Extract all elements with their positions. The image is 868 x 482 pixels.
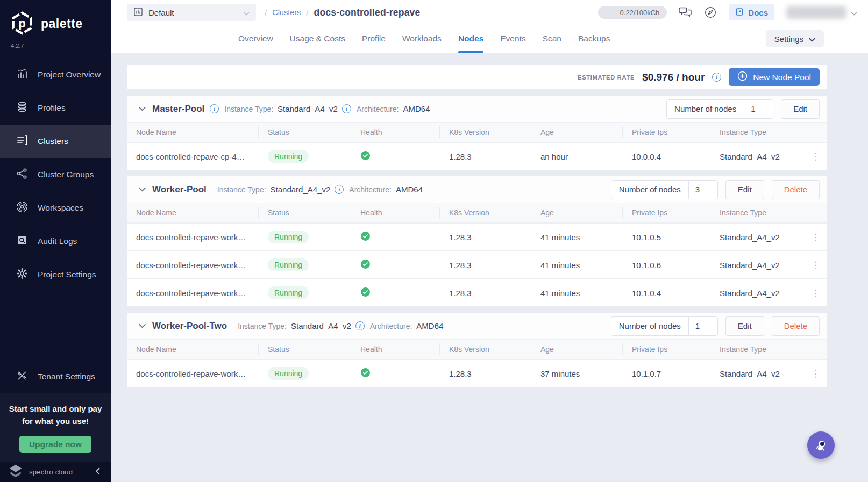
tab-usage-costs[interactable]: Usage & Costs: [290, 25, 345, 53]
delete-pool-button[interactable]: Delete: [772, 180, 820, 199]
edit-pool-button[interactable]: Edit: [725, 316, 764, 336]
node-age: 37 minutes: [531, 369, 623, 378]
row-menu-kebab-icon[interactable]: ⋮: [803, 286, 827, 300]
tab-workloads[interactable]: Workloads: [402, 25, 442, 53]
tab-scan[interactable]: Scan: [543, 25, 561, 53]
feedback-chat-button[interactable]: [679, 6, 692, 18]
col-health: Health: [351, 343, 440, 355]
layers-icon: [16, 101, 28, 115]
instance-type: Standard_A4_v2: [710, 289, 803, 298]
status-badge: Running: [268, 150, 309, 163]
sidebar-item-profiles[interactable]: Profiles: [0, 91, 111, 125]
number-of-nodes-input[interactable]: [688, 317, 717, 335]
table-header-row: Node Name Status Health K8s Version Age …: [127, 340, 827, 359]
tools-icon: [16, 370, 28, 384]
chevron-down-icon: [139, 187, 146, 192]
tab-profile[interactable]: Profile: [362, 25, 386, 53]
chat-bubbles-icon: [679, 6, 692, 18]
edit-pool-button[interactable]: Edit: [725, 180, 764, 199]
collapse-sidebar-button[interactable]: [92, 466, 103, 478]
col-health: Health: [351, 126, 440, 138]
private-ip: 10.1.0.4: [623, 289, 710, 298]
tab-events[interactable]: Events: [500, 25, 525, 53]
collapse-pool-button[interactable]: [137, 104, 148, 113]
docs-button[interactable]: Docs: [729, 4, 774, 20]
estimated-rate-value: $0.976 / hour: [642, 71, 705, 83]
sidebar-item-label: Cluster Groups: [38, 170, 94, 179]
private-ip: 10.1.0.6: [623, 261, 710, 270]
col-k8s-version: K8s Version: [440, 207, 531, 219]
chevron-down-icon: [139, 106, 146, 111]
tab-backups[interactable]: Backups: [578, 25, 610, 53]
row-menu-kebab-icon[interactable]: ⋮: [803, 231, 827, 244]
chevron-down-icon: [809, 34, 815, 44]
k8s-version: 1.28.3: [440, 233, 531, 242]
health-cell: [351, 231, 440, 243]
sidebar-spacer: [0, 291, 111, 360]
new-node-pool-button[interactable]: New Node Pool: [729, 68, 820, 86]
orbit-icon: [16, 201, 28, 215]
k8s-version: 1.28.3: [440, 369, 531, 378]
pool-header: Master-Pool i Instance Type: Standard_A4…: [127, 96, 827, 123]
pool-info-icon[interactable]: i: [210, 104, 219, 113]
k8s-version: 1.28.3: [440, 152, 531, 161]
user-menu[interactable]: [786, 6, 857, 19]
collapse-pool-button[interactable]: [137, 321, 148, 330]
project-selector[interactable]: Default: [127, 4, 256, 21]
row-menu-kebab-icon[interactable]: ⋮: [803, 258, 827, 272]
upgrade-now-button[interactable]: Upgrade now: [19, 436, 91, 453]
node-age: an hour: [531, 152, 623, 161]
table-row: docs-controlled-repave-work… Running 1.2…: [127, 222, 827, 250]
sidebar-item-tenant-settings[interactable]: Tenant Settings: [0, 360, 111, 393]
col-health: Health: [351, 207, 440, 219]
rate-info-icon[interactable]: i: [712, 73, 721, 82]
col-k8s-version: K8s Version: [440, 343, 531, 355]
instance-type-info-icon[interactable]: i: [335, 185, 344, 194]
sidebar-item-project-settings[interactable]: Project Settings: [0, 258, 111, 291]
status-badge: Running: [268, 258, 309, 271]
sidebar-item-audit-logs[interactable]: Audit Logs: [0, 225, 111, 258]
instance-type-label: Instance Type:: [238, 322, 287, 330]
number-of-nodes-input[interactable]: [688, 181, 717, 199]
row-menu-kebab-icon[interactable]: ⋮: [803, 150, 827, 163]
edit-pool-button[interactable]: Edit: [781, 99, 820, 119]
instance-type-info-icon[interactable]: i: [342, 104, 351, 113]
pool-section-master: Master-Pool i Instance Type: Standard_A4…: [127, 96, 827, 170]
sidebar-item-clusters[interactable]: Clusters: [0, 125, 111, 158]
delete-pool-button[interactable]: Delete: [772, 316, 820, 336]
pool-name: Worker-Pool-Two: [152, 321, 227, 332]
col-node-name: Node Name: [127, 343, 259, 355]
collapse-pool-button[interactable]: [137, 185, 148, 194]
sidebar-nav: Project Overview Profiles Clusters: [0, 58, 111, 291]
tab-overview[interactable]: Overview: [238, 25, 273, 53]
sidebar-item-cluster-groups[interactable]: Cluster Groups: [0, 158, 111, 191]
sidebar-item-project-overview[interactable]: Project Overview: [0, 58, 111, 91]
sidebar-item-workspaces[interactable]: Workspaces: [0, 191, 111, 225]
tabs-bar: Overview Usage & Costs Profile Workloads…: [111, 25, 868, 53]
k8s-version: 1.28.3: [440, 289, 531, 298]
project-chart-icon: [133, 7, 143, 18]
health-ok-icon: [360, 368, 371, 378]
top-bar: Default / Clusters / docs-controlled-rep…: [111, 0, 868, 25]
architecture-label: Architecture:: [357, 105, 399, 113]
instance-type-info-icon[interactable]: i: [355, 321, 365, 330]
col-private-ips: Private Ips: [623, 207, 710, 219]
version-label: 4.2.7: [11, 42, 111, 49]
number-of-nodes-input[interactable]: [744, 100, 773, 118]
col-private-ips: Private Ips: [623, 343, 710, 355]
instance-type: Standard_A4_v2: [710, 261, 803, 270]
explore-compass-button[interactable]: [704, 6, 717, 19]
spectro-cloud-logo-icon: [8, 464, 24, 480]
instance-type-label: Instance Type:: [217, 185, 266, 194]
col-node-name: Node Name: [127, 207, 259, 219]
assistant-fab-button[interactable]: [807, 431, 835, 459]
row-menu-kebab-icon[interactable]: ⋮: [803, 367, 827, 380]
tab-nodes[interactable]: Nodes: [458, 25, 483, 53]
cluster-settings-button[interactable]: Settings: [766, 30, 824, 47]
upsell-line1: Start small and only pay: [8, 403, 103, 415]
col-age: Age: [531, 126, 623, 138]
breadcrumb-clusters-link[interactable]: Clusters: [272, 8, 301, 17]
sidebar-item-label: Project Overview: [38, 70, 101, 80]
gear-icon: [16, 268, 28, 282]
breadcrumb: / Clusters / docs-controlled-repave: [265, 7, 420, 18]
